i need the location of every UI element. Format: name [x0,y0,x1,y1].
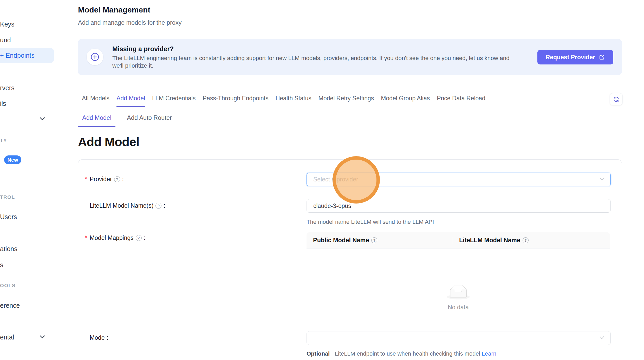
mappings-table-body: No data [307,248,610,319]
optional-text: Optional [307,350,330,357]
subtab-add-model[interactable]: Add Model [78,114,115,127]
empty-state: No data [307,285,610,311]
sidebar-item-servers[interactable]: rvers [0,84,15,92]
add-model-heading: Add Model [78,135,139,149]
refresh-button[interactable] [610,93,623,105]
model-name-label: LiteLLM Model Name(s) ? : [90,202,165,209]
tab-add-model[interactable]: Add Model [116,95,145,107]
tab-price-data-reload[interactable]: Price Data Reload [437,95,485,107]
mode-helper: Optional - LiteLLM endpoint to use when … [307,350,496,357]
sidebar-item-teams[interactable]: s [0,261,3,269]
banner-body: The LiteLLM engineering team is constant… [112,54,510,69]
no-data-text: No data [307,304,610,311]
click-indicator [333,156,380,204]
chevron-down-icon [39,116,46,121]
column-header-text: Public Model Name [313,237,369,244]
model-name-helper: The model name LiteLLM will send to the … [307,219,434,225]
model-name-label-text: LiteLLM Model Name(s) [90,202,153,209]
sidebar-item-users[interactable]: Users [0,213,17,221]
provider-label: * Provider ? : [85,176,124,183]
chevron-down-icon [599,177,605,182]
add-model-subtabs: Add Model Add Auto Router [78,114,622,127]
subtab-add-auto-router[interactable]: Add Auto Router [123,114,176,127]
tab-llm-credentials[interactable]: LLM Credentials [152,95,196,107]
sidebar-collapse-row[interactable] [39,116,46,122]
label-colon: : [107,334,108,341]
mode-select[interactable] [307,331,611,345]
model-tabs: All Models Add Model LLM Credentials Pas… [78,95,622,107]
mappings-table-header: Public Model Name ? LiteLLM Model Name ? [307,232,610,248]
sidebar-experimental-chevron[interactable] [39,334,46,341]
help-icon[interactable]: ? [371,237,377,243]
public-model-name-column-header: Public Model Name ? [307,232,453,248]
sidebar-item-models-endpoints[interactable]: + Endpoints [0,48,54,63]
tab-health-status[interactable]: Health Status [276,95,311,107]
sidebar-item-keys[interactable]: Keys [0,21,15,28]
tab-all-models[interactable]: All Models [82,95,109,107]
banner-body-line1: The LiteLLM engineering team is constant… [112,54,510,62]
sidebar-item-guardrails[interactable]: ils [0,100,6,107]
chevron-down-icon [39,334,46,339]
mode-label: Mode : [90,334,108,341]
banner-body-line2: we'll prioritize it. [112,62,510,69]
mode-label-text: Mode [90,334,105,341]
help-icon[interactable]: ? [523,237,529,243]
sidebar-item-experimental[interactable]: ental [0,333,14,341]
required-asterisk: * [85,234,87,241]
sidebar-item-playground[interactable]: und [0,36,11,44]
sidebar-item-organizations[interactable]: ations [0,245,17,253]
missing-provider-banner: Missing a provider? The LiteLLM engineer… [78,39,622,75]
request-provider-button[interactable]: Request Provider [537,50,613,64]
sidebar-section-label: TY [0,138,7,143]
banner-title: Missing a provider? [112,45,174,53]
column-divider [453,237,453,244]
page-subtitle: Add and manage models for the proxy [78,19,181,26]
model-management-page: Keys und + Endpoints rvers ils TY New TR… [0,0,644,360]
empty-inbox-icon [447,285,470,299]
request-provider-label: Request Provider [546,54,595,61]
sidebar-item-label: + Endpoints [0,52,35,59]
help-icon[interactable]: ? [114,176,120,182]
learn-link[interactable]: Learn [482,350,496,357]
required-asterisk: * [85,176,87,183]
model-mappings-table: Public Model Name ? LiteLLM Model Name ? [307,232,610,319]
sidebar-section-label: TROL [0,194,15,200]
mode-helper-text: - LiteLLM endpoint to use when health ch… [330,350,482,357]
tab-model-group-alias[interactable]: Model Group Alias [381,95,430,107]
external-link-icon [599,54,605,60]
help-icon[interactable]: ? [136,235,142,241]
sidebar-item-inference[interactable]: erence [0,302,20,309]
label-colon: : [122,176,124,183]
tab-model-retry-settings[interactable]: Model Retry Settings [318,95,374,107]
litellm-model-name-column-header: LiteLLM Model Name ? [453,232,529,248]
help-icon[interactable]: ? [155,203,161,209]
refresh-icon [613,96,620,103]
sidebar-section-label: OOLS [0,283,16,289]
sidebar: Keys und + Endpoints rvers ils TY New TR… [0,0,78,360]
label-colon: : [164,202,165,209]
chevron-down-icon [599,336,605,341]
page-title: Model Management [78,5,150,15]
label-colon: : [144,234,145,241]
tab-pass-through-endpoints[interactable]: Pass-Through Endpoints [203,95,269,107]
model-mappings-label: * Model Mappings ? : [85,234,145,241]
column-header-text: LiteLLM Model Name [459,237,520,244]
new-badge[interactable]: New [4,155,21,164]
plus-circle-icon [87,49,103,65]
model-name-value: claude-3-opus [313,202,351,210]
provider-label-text: Provider [90,176,112,183]
model-mappings-label-text: Model Mappings [90,234,134,241]
